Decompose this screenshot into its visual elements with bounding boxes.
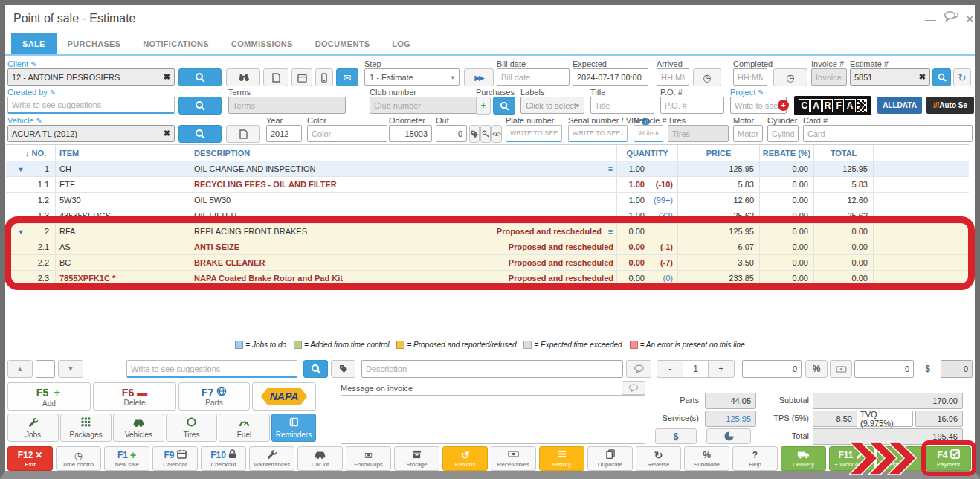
banknote-icon[interactable] (830, 360, 852, 378)
table-row-2-3[interactable]: 2.37855XPFK1C *NAPA Coated Brake Rotor a… (6, 271, 969, 286)
edit-icon[interactable]: ✎ (36, 117, 42, 125)
envelope-icon[interactable]: ✉ (336, 68, 358, 86)
color-input[interactable] (307, 125, 387, 142)
bottom-button-history[interactable]: History (539, 446, 584, 471)
bottom-button-payment[interactable]: F4Payment (926, 446, 971, 471)
bottom-button-returns[interactable]: ↺Returns (442, 446, 488, 471)
po-input[interactable] (660, 97, 724, 114)
client-field[interactable]: 12 - ANTOINE DESROSIERS✖ (7, 68, 175, 86)
vin-input[interactable] (568, 125, 628, 142)
row-menu-icon[interactable]: ≡ (605, 227, 616, 236)
odometer-input[interactable] (389, 125, 432, 142)
bottom-button-new-sale[interactable]: F1+New sale (104, 446, 149, 471)
expected-input[interactable] (573, 68, 648, 86)
vehicle-field[interactable]: ACURA TL (2012)✖ (7, 125, 175, 142)
key-icon[interactable] (480, 125, 491, 143)
edit-icon[interactable]: ✎ (30, 60, 36, 68)
clear-icon[interactable]: ✖ (164, 72, 170, 82)
table-row-2[interactable]: ▾2RFAREPLACING FRONT BRAKESProposed and … (6, 224, 969, 240)
f6-delete-button[interactable]: F6▬ Delete (93, 382, 176, 411)
eye-icon[interactable] (491, 125, 502, 143)
chat-icon[interactable] (944, 10, 958, 25)
stepper-value[interactable]: 1 (683, 361, 708, 377)
bottom-button-subdivide[interactable]: %Subdivide (684, 446, 729, 471)
estimate-number-field[interactable]: 5851✖ (850, 68, 930, 86)
fast-forward-icon[interactable]: ▶▶ (464, 68, 494, 86)
column-header-item[interactable]: ITEM (56, 145, 190, 161)
edit-icon[interactable]: ✎ (758, 89, 764, 97)
column-header-description[interactable]: DESCRIPTION (190, 145, 617, 161)
tool-button-jobs[interactable]: Jobs (7, 414, 59, 442)
phone-icon[interactable] (315, 68, 333, 86)
tab-commissions[interactable]: COMMISSIONS (220, 33, 304, 54)
move-up-icon[interactable]: ▲ (7, 360, 33, 378)
bottom-button-checkout[interactable]: F10Checkout (201, 446, 246, 471)
arrived-input[interactable] (657, 68, 689, 86)
project-add-icon[interactable]: + (778, 100, 789, 111)
column-header-quantity[interactable]: QUANTITY (617, 145, 678, 161)
table-row-1[interactable]: ▾1CHOIL CHANGE AND INSPECTION≡1.00125.95… (6, 161, 969, 177)
bottom-button-time-control[interactable]: ◷Time control (56, 446, 101, 471)
bottom-button-help[interactable]: ?Help (732, 446, 778, 471)
card-input[interactable] (803, 125, 973, 142)
move-down-icon[interactable]: ▼ (58, 360, 83, 378)
created-by-search-button[interactable] (178, 97, 222, 115)
tab-purchases[interactable]: PURCHASES (57, 33, 132, 54)
clear-icon[interactable]: ✖ (919, 72, 926, 82)
labels-select[interactable]: Click to select▾ (520, 97, 584, 114)
tab-notifications[interactable]: NOTIFICATIONS (132, 33, 220, 54)
quantity-stepper[interactable]: - 1 + (657, 360, 735, 378)
column-header-no[interactable]: ↓ NO. (6, 145, 56, 161)
close-icon[interactable]: ✕ (965, 13, 975, 26)
tab-documents[interactable]: DOCUMENTS (304, 33, 381, 54)
f7-parts-button[interactable]: F7 Parts (178, 382, 250, 411)
stepper-minus-icon[interactable]: - (657, 361, 683, 377)
alldata-logo[interactable]: ALLDATA (877, 97, 922, 114)
tag-icon[interactable] (331, 360, 355, 378)
pie-chart-icon[interactable] (706, 428, 751, 444)
tool-button-reminders[interactable]: Reminders (271, 414, 316, 442)
autoserve-logo[interactable]: ///Auto Se (926, 97, 974, 114)
purchases-add-icon[interactable]: + (476, 97, 491, 115)
tag-icon[interactable] (469, 125, 480, 143)
column-header-price[interactable]: PRICE (678, 145, 760, 161)
purchases-search-button[interactable] (493, 97, 515, 115)
line-number-input[interactable] (36, 360, 55, 378)
chevron-down-icon[interactable]: ▾ (6, 228, 36, 236)
stepper-plus-icon[interactable]: + (709, 361, 734, 377)
plate-input[interactable] (506, 125, 562, 142)
bottom-button-reverse[interactable]: ↻Reverse (636, 446, 681, 471)
binoculars-icon[interactable] (226, 68, 260, 86)
bottom-button-duplicate[interactable]: Duplicate (587, 446, 633, 471)
clock-icon[interactable]: ◷ (693, 68, 721, 86)
chevron-down-icon[interactable]: ▾ (6, 165, 36, 173)
bottom-button-work-order[interactable]: F11+ Work order (829, 446, 874, 471)
bottom-button-car-lot[interactable]: Car lot (297, 446, 343, 471)
calendar-icon[interactable] (291, 68, 312, 86)
f5-add-button[interactable]: F5＋ Add (7, 382, 91, 411)
bill-date-input[interactable] (497, 68, 570, 86)
column-header-total[interactable]: TOTAL (814, 145, 874, 161)
tab-sale[interactable]: SALE (11, 33, 57, 54)
out-input[interactable] (436, 125, 467, 142)
item-search-button[interactable] (303, 360, 328, 378)
note-icon[interactable] (226, 125, 260, 143)
year-input[interactable] (266, 125, 302, 142)
quantity-input[interactable] (742, 360, 802, 378)
column-header-rebate[interactable]: REBATE (%) (760, 145, 814, 161)
step-select[interactable]: 1 - Estimate▾ (364, 68, 460, 86)
table-row-2-1[interactable]: 2.1ASANTI-SEIZEProposed and rescheduled0… (6, 240, 969, 255)
minimize-icon[interactable]: — (925, 13, 936, 25)
rebate-input[interactable] (854, 360, 914, 378)
note-icon[interactable] (263, 68, 288, 86)
table-row-1-1[interactable]: 1.1ETFRECYCLING FEES - OIL AND FILTER1.0… (6, 177, 969, 193)
bottom-button-estimate[interactable]: Estimate (877, 446, 923, 471)
tab-log[interactable]: LOG (381, 33, 422, 54)
item-suggest-input[interactable] (126, 360, 297, 378)
tool-button-tires[interactable]: Tires (166, 414, 217, 442)
tool-button-fuel[interactable]: Fuel (219, 414, 270, 442)
created-by-input[interactable] (7, 97, 175, 114)
napa-button[interactable]: NAPA (252, 382, 316, 411)
percent-icon[interactable]: % (805, 360, 828, 378)
comment-icon[interactable] (626, 360, 651, 378)
